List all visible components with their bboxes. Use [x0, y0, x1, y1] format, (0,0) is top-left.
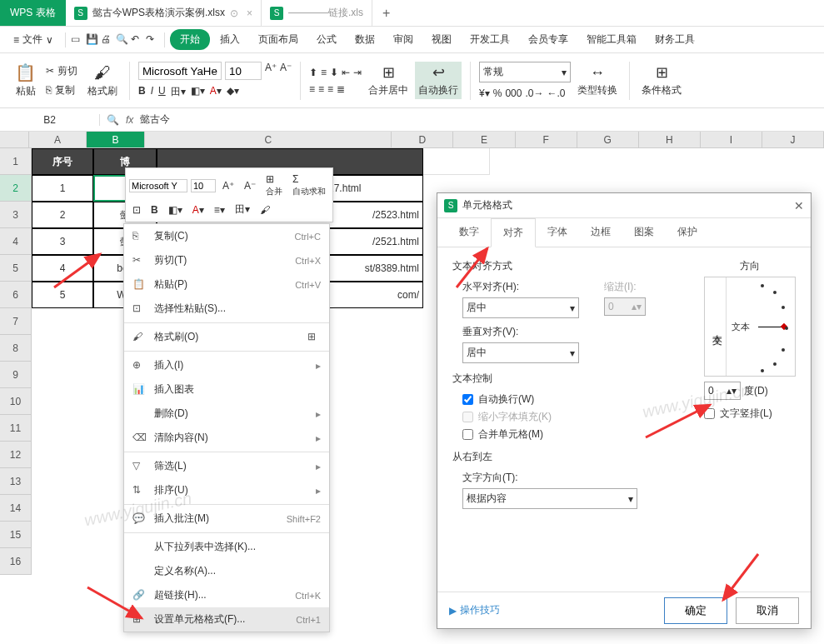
format-painter-icon[interactable]: 🖌 [257, 202, 273, 217]
tab-font[interactable]: 字体 [536, 218, 579, 247]
menu-insert[interactable]: ⊕插入(I)▸ [124, 353, 329, 377]
align-middle-icon[interactable]: ≡ [321, 67, 327, 78]
increase-font-icon[interactable]: A⁺ [265, 62, 277, 80]
menu-insert-comment[interactable]: 💬插入批注(M)Shift+F2 [124, 507, 329, 531]
increase-font-icon[interactable]: A⁺ [219, 178, 237, 193]
row-header[interactable]: 8 [0, 335, 32, 362]
row-header[interactable]: 15 [0, 522, 32, 548]
mini-size-select[interactable] [191, 179, 216, 192]
menu-clear[interactable]: ⌫清除内容(N)▸ [124, 426, 329, 450]
increase-decimal-icon[interactable]: .0→ [525, 87, 543, 99]
tab-alignment[interactable]: 对齐 [491, 218, 536, 247]
close-icon[interactable]: ✕ [794, 199, 804, 212]
vertical-text-button[interactable]: 文本 [705, 277, 727, 376]
bold-button[interactable]: B [138, 85, 146, 99]
row-header[interactable]: 10 [0, 388, 32, 415]
col-header[interactable]: I [701, 132, 762, 147]
autosum-button[interactable]: Σ自动求和 [289, 172, 329, 199]
redo-icon[interactable]: ↷ [146, 33, 159, 47]
tab-finance[interactable]: 财务工具 [647, 27, 703, 52]
menu-cell-format[interactable]: ⊞设置单元格格式(F)...Ctrl+1 [124, 607, 329, 632]
tab-review[interactable]: 审阅 [385, 27, 422, 52]
tab-data[interactable]: 数据 [347, 27, 383, 52]
add-tab-button[interactable]: + [372, 0, 400, 26]
vertical-text-checkbox[interactable]: 文字竖排(L) [704, 407, 796, 421]
cell[interactable]: 5 [32, 282, 93, 308]
auto-wrap-button[interactable]: ↩自动换行 [415, 62, 462, 99]
col-header[interactable]: G [577, 132, 639, 147]
name-box[interactable]: B2 [0, 114, 100, 126]
save-icon[interactable]: 💾 [86, 33, 99, 47]
row-header[interactable]: 11 [0, 415, 32, 442]
col-header[interactable]: A [29, 132, 87, 147]
text-direction-select[interactable]: 根据内容▾ [462, 488, 637, 509]
format-painter-button[interactable]: 🖌格式刷 [84, 62, 121, 100]
tab-number[interactable]: 数字 [447, 218, 491, 247]
align-left-icon[interactable]: ≡ [309, 83, 315, 95]
menu-dropdown-select[interactable]: 从下拉列表中选择(K)... [124, 535, 329, 559]
paste-button[interactable]: 📋粘贴 [12, 61, 39, 100]
cell[interactable]: 4 [32, 255, 93, 282]
align-icon[interactable]: ≡▾ [211, 202, 228, 217]
row-header[interactable]: 2 [0, 175, 32, 202]
align-bottom-icon[interactable]: ⬇ [330, 67, 338, 78]
tab-layout[interactable]: 页面布局 [250, 27, 307, 52]
menu-define-name[interactable]: 定义名称(A)... [124, 559, 329, 583]
row-header[interactable]: 4 [0, 228, 32, 255]
currency-icon[interactable]: ¥▾ [479, 87, 490, 99]
menu-delete[interactable]: 删除(D)▸ [124, 402, 329, 426]
cell[interactable]: 2 [32, 202, 93, 228]
formula-input[interactable]: 懿古今 [140, 112, 170, 127]
zoom-icon[interactable]: 🔍 [107, 114, 119, 126]
font-color-button[interactable]: A▾ [210, 85, 222, 99]
row-header[interactable]: 16 [0, 548, 32, 575]
col-header[interactable]: B [87, 132, 145, 147]
row-header[interactable]: 3 [0, 202, 32, 228]
row-header[interactable]: 13 [0, 468, 32, 495]
row-header[interactable]: 9 [0, 362, 32, 388]
menu-format-painter[interactable]: 🖌格式刷(O)⊞ [124, 325, 329, 349]
decrease-decimal-icon[interactable]: ←.0 [547, 87, 565, 99]
italic-button[interactable]: I [151, 85, 153, 99]
justify-icon[interactable]: ≣ [337, 83, 345, 95]
tab-smart-tools[interactable]: 智能工具箱 [578, 27, 645, 52]
orientation-dial[interactable]: 文本 [727, 277, 795, 376]
tab-pattern[interactable]: 图案 [622, 218, 666, 247]
tab-border[interactable]: 边框 [579, 218, 622, 247]
tab-member[interactable]: 会员专享 [520, 27, 577, 52]
close-icon[interactable]: × [247, 7, 252, 19]
font-name-select[interactable] [138, 62, 222, 80]
tab-protection[interactable]: 保护 [666, 218, 709, 247]
row-header[interactable]: 14 [0, 495, 32, 522]
degree-spinner[interactable]: 0▴▾ [704, 382, 741, 400]
conditional-format-button[interactable]: ⊞条件格式 [638, 62, 685, 99]
row-header[interactable]: 1 [0, 148, 32, 175]
format-icon[interactable]: ⊡ [129, 202, 144, 217]
merge-button[interactable]: ⊞合并 [262, 172, 286, 199]
menu-sort[interactable]: ⇅排序(U)▸ [124, 478, 329, 502]
col-header[interactable]: E [453, 132, 515, 147]
underline-button[interactable]: U [158, 85, 166, 99]
menu-paste-special[interactable]: ⊡选择性粘贴(S)... [124, 297, 329, 321]
border-button[interactable]: 田▾ [171, 85, 186, 99]
col-header[interactable]: C [145, 132, 392, 147]
h-align-select[interactable]: 居中▾ [462, 297, 579, 318]
indent-increase-icon[interactable]: ⇥ [353, 67, 362, 78]
cell[interactable]: 3 [32, 228, 93, 255]
file-menu[interactable]: ≡ 文件 ∨ [7, 29, 60, 50]
row-header[interactable]: 5 [0, 255, 32, 282]
row-header[interactable]: 7 [0, 308, 32, 335]
highlight-button[interactable]: ◆▾ [227, 85, 239, 99]
col-header[interactable]: H [639, 132, 701, 147]
font-color-icon[interactable]: A▾ [189, 202, 207, 217]
new-icon[interactable]: ▭ [71, 33, 84, 47]
dialog-titlebar[interactable]: S 单元格格式 ✕ [437, 193, 811, 218]
tab-formula[interactable]: 公式 [308, 27, 345, 52]
merge-center-button[interactable]: ⊞合并居中 [365, 62, 412, 99]
row-header[interactable]: 6 [0, 282, 32, 308]
align-top-icon[interactable]: ⬆ [309, 67, 317, 78]
select-all-corner[interactable] [0, 132, 29, 147]
workbook-tab-active[interactable]: S 懿古今WPS表格演示案例.xlsx ⊙ × [66, 0, 262, 26]
cut-button[interactable]: ✂ 剪切 [42, 62, 81, 80]
type-convert-button[interactable]: ↔类型转换 [574, 62, 621, 99]
